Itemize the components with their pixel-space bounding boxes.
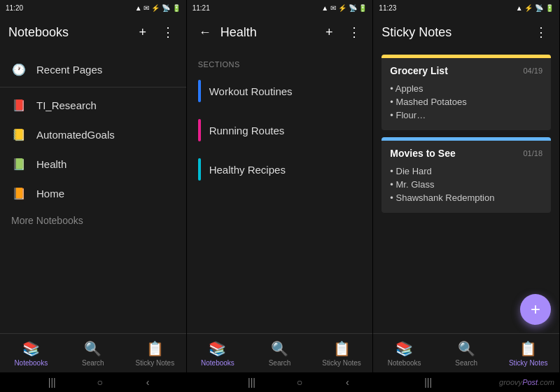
more-notebooks[interactable]: More Notebooks (0, 208, 186, 233)
screen-notebooks: 11:20 ▲ ✉ ⚡ 📡 🔋 Notebooks + ⋮ 🕐 Recent P… (0, 0, 187, 372)
bottom-nav-2: 📚 Notebooks 🔍 Search 📋 Sticky Notes (187, 333, 373, 372)
bottom-nav-1: 📚 Notebooks 🔍 Search 📋 Sticky Notes (0, 333, 186, 372)
sections-label: SECTIONS (187, 55, 373, 71)
section-label-recipes: Healthy Recipes (209, 164, 286, 176)
nb-item-automated[interactable]: 📒 AutomatedGoals (0, 120, 186, 149)
status-icons-1: ▲ ✉ ⚡ 📡 🔋 (135, 4, 181, 12)
nb-item-research[interactable]: 📕 TI_Research (0, 90, 186, 120)
bottom-nav-3: 📚 Notebooks 🔍 Search 📋 Sticky Notes (373, 333, 559, 372)
section-running[interactable]: Running Routes (187, 111, 373, 150)
nb-item-recent[interactable]: 🕐 Recent Pages (0, 55, 186, 84)
top-bar-3: Sticky Notes ⋮ (373, 15, 559, 49)
nav-search-label-3: Search (455, 359, 477, 367)
nav-sticky-3[interactable]: 📋 Sticky Notes (497, 340, 559, 367)
grocery-item-1: • Apples (390, 82, 542, 95)
nb-label-health: Health (36, 158, 66, 170)
system-bars-row: ||| ○ ‹ ||| ○ ‹ ||| groovyPost.com (0, 372, 560, 392)
search-nav-icon-2: 🔍 (271, 340, 288, 357)
back-btn-2[interactable]: ‹ (330, 377, 365, 388)
system-bar-2: ||| ○ ‹ (200, 372, 399, 392)
nav-notebooks-2[interactable]: 📚 Notebooks (187, 340, 249, 367)
card-movies-body: Movies to See 01/18 • Die Hard • Mr. Gla… (382, 141, 551, 213)
notebook-icon-home: 📙 (11, 186, 27, 201)
status-bar-2: 11:21 ▲ ✉ ⚡ 📡 🔋 (187, 0, 373, 15)
card-grocery-date: 04/19 (523, 66, 542, 75)
notebook-icon-automated: 📒 (11, 127, 27, 142)
nav-search-3[interactable]: 🔍 Search (435, 340, 498, 367)
notebooks-list: 🕐 Recent Pages 📕 TI_Research 📒 Automated… (0, 49, 186, 333)
nav-sticky-1[interactable]: 📋 Sticky Notes (124, 340, 186, 367)
more-button-2[interactable]: ⋮ (344, 22, 364, 42)
nav-notebooks-label-1: Notebooks (14, 359, 48, 367)
nb-label-research: TI_Research (36, 99, 97, 111)
clock-icon: 🕐 (11, 62, 27, 77)
home-btn-2[interactable]: ○ (282, 377, 317, 388)
more-button-1[interactable]: ⋮ (158, 22, 178, 42)
section-label-workout: Workout Routines (209, 85, 293, 97)
add-button-1[interactable]: + (133, 22, 153, 42)
movie-item-2: • Mr. Glass (390, 178, 542, 191)
nav-search-label-2: Search (269, 359, 291, 367)
movie-item-3: • Shawshank Redemption (390, 191, 542, 204)
menu-btn-1[interactable]: ||| (34, 377, 69, 388)
nav-sticky-label-1: Sticky Notes (136, 359, 175, 367)
sticky-cards: Grocery List 04/19 • Apples • Mashed Pot… (373, 49, 559, 333)
status-bar-3: 11:23 ▲ ⚡ 📡 🔋 (373, 0, 559, 15)
sticky-nav-icon-3: 📋 (519, 340, 537, 357)
search-nav-icon-1: 🔍 (84, 340, 102, 357)
status-time-2: 11:21 (192, 4, 210, 12)
running-color-bar (198, 119, 201, 141)
recipes-color-bar (198, 158, 201, 181)
more-button-3[interactable]: ⋮ (531, 22, 551, 42)
back-button-2[interactable]: ← (195, 22, 215, 42)
movie-item-1: • Die Hard (390, 164, 542, 178)
nb-item-health[interactable]: 📗 Health (0, 149, 186, 178)
card-grocery-body: Grocery List 04/19 • Apples • Mashed Pot… (382, 58, 551, 130)
notebooks-nav-icon-2: 📚 (209, 340, 226, 357)
status-bar-1: 11:20 ▲ ✉ ⚡ 📡 🔋 (0, 0, 186, 15)
screen-title-1: Notebooks (8, 25, 127, 40)
nav-search-2[interactable]: 🔍 Search (248, 340, 311, 367)
nb-label-home: Home (36, 188, 64, 200)
screen-health: 11:21 ▲ ✉ ⚡ 📡 🔋 ← Health + ⋮ SECTIONS Wo… (187, 0, 374, 372)
fab-add[interactable]: + (520, 294, 551, 325)
nb-label-recent: Recent Pages (36, 64, 102, 76)
sticky-nav-icon-1: 📋 (146, 340, 164, 357)
nav-notebooks-1[interactable]: 📚 Notebooks (0, 340, 62, 367)
grocery-item-2: • Mashed Potatoes (390, 95, 542, 108)
nb-item-home[interactable]: 📙 Home (0, 178, 186, 208)
back-btn-1[interactable]: ‹ (130, 377, 165, 388)
card-grocery[interactable]: Grocery List 04/19 • Apples • Mashed Pot… (382, 55, 551, 130)
home-btn-1[interactable]: ○ (83, 377, 118, 388)
add-button-2[interactable]: + (319, 22, 339, 42)
notebooks-nav-icon-1: 📚 (22, 340, 40, 357)
card-grocery-title-row: Grocery List 04/19 (390, 65, 542, 76)
menu-btn-2[interactable]: ||| (234, 377, 270, 388)
nav-notebooks-3[interactable]: 📚 Notebooks (373, 340, 435, 367)
nav-notebooks-label-3: Notebooks (388, 359, 421, 367)
notebook-icon-research: 📕 (11, 97, 27, 113)
grocery-item-3: • Flour… (390, 108, 542, 122)
card-movies-title-row: Movies to See 01/18 (390, 148, 542, 159)
status-icons-3: ▲ ⚡ 📡 🔋 (516, 4, 554, 12)
status-icons-2: ▲ ✉ ⚡ 📡 🔋 (321, 4, 367, 12)
card-movies-title: Movies to See (390, 148, 455, 159)
search-nav-icon-3: 🔍 (458, 340, 475, 357)
nav-notebooks-label-2: Notebooks (201, 359, 234, 367)
screen-sticky: 11:23 ▲ ⚡ 📡 🔋 Sticky Notes ⋮ Grocery Lis… (373, 0, 560, 372)
nav-search-label-1: Search (82, 359, 104, 367)
workout-color-bar (198, 80, 201, 102)
screen-title-2: Health (220, 25, 314, 40)
notebooks-nav-icon-3: 📚 (396, 340, 413, 357)
card-grocery-title: Grocery List (390, 65, 447, 76)
divider-1 (0, 87, 186, 88)
nav-search-1[interactable]: 🔍 Search (62, 340, 125, 367)
nav-sticky-label-2: Sticky Notes (322, 359, 361, 367)
section-recipes[interactable]: Healthy Recipes (187, 150, 373, 189)
section-workout[interactable]: Workout Routines (187, 71, 373, 111)
menu-btn-3[interactable]: ||| (411, 377, 446, 388)
card-movies[interactable]: Movies to See 01/18 • Die Hard • Mr. Gla… (382, 137, 551, 213)
notebook-icon-health: 📗 (11, 156, 27, 172)
nav-sticky-2[interactable]: 📋 Sticky Notes (311, 340, 373, 367)
system-bar-3: ||| groovyPost.com (400, 372, 560, 392)
